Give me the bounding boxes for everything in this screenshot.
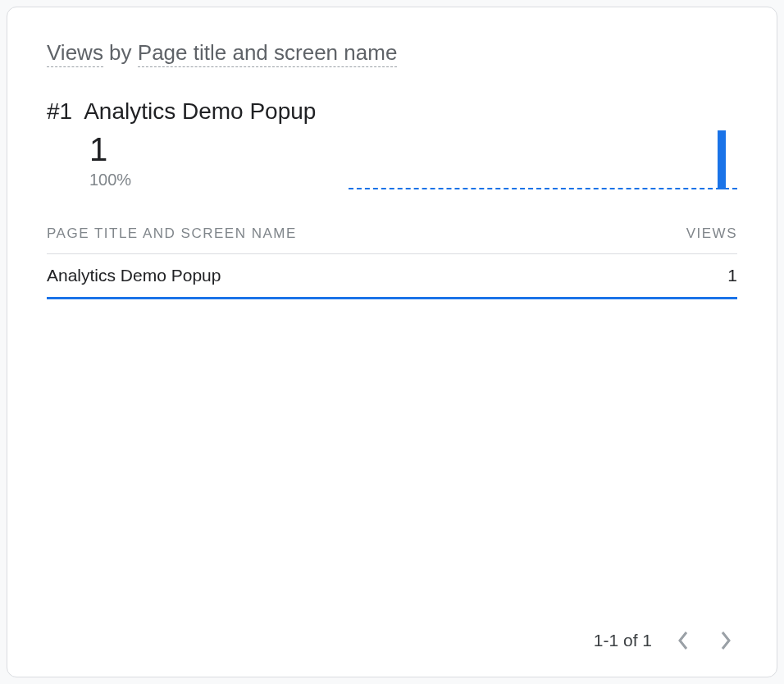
sparkline-chart: [349, 116, 737, 189]
highlight-title: #1Analytics Demo Popup: [47, 98, 316, 125]
table-row[interactable]: Analytics Demo Popup 1: [47, 254, 737, 299]
next-page-button[interactable]: [714, 629, 737, 652]
table-header: PAGE TITLE AND SCREEN NAME VIEWS: [47, 217, 737, 254]
card-title: Views by Page title and screen name: [47, 40, 737, 66]
highlight-name: Analytics Demo Popup: [84, 98, 316, 124]
previous-page-button[interactable]: [672, 629, 695, 652]
page-info: 1-1 of 1: [594, 631, 652, 650]
row-dimension-value: Analytics Demo Popup: [47, 266, 221, 285]
highlight-section: #1Analytics Demo Popup 1 100%: [47, 98, 737, 189]
sparkline-baseline: [349, 188, 737, 189]
column-header-metric[interactable]: VIEWS: [686, 226, 737, 242]
pagination: 1-1 of 1: [47, 616, 737, 652]
chevron-right-icon: [719, 630, 732, 651]
sparkline-bar: [718, 130, 726, 189]
highlight-value: 1: [89, 133, 316, 166]
highlight-stats: #1Analytics Demo Popup 1 100%: [47, 98, 316, 189]
highlight-percent: 100%: [89, 171, 316, 189]
dimension-name[interactable]: Page title and screen name: [138, 40, 398, 67]
metric-name[interactable]: Views: [47, 40, 103, 67]
analytics-card: Views by Page title and screen name #1An…: [7, 7, 777, 677]
spacer: [47, 299, 737, 616]
rank-prefix: #1: [47, 98, 72, 124]
title-connector: by: [103, 40, 138, 65]
column-header-dimension[interactable]: PAGE TITLE AND SCREEN NAME: [47, 226, 297, 242]
chevron-left-icon: [677, 630, 690, 651]
row-metric-value: 1: [727, 266, 737, 285]
